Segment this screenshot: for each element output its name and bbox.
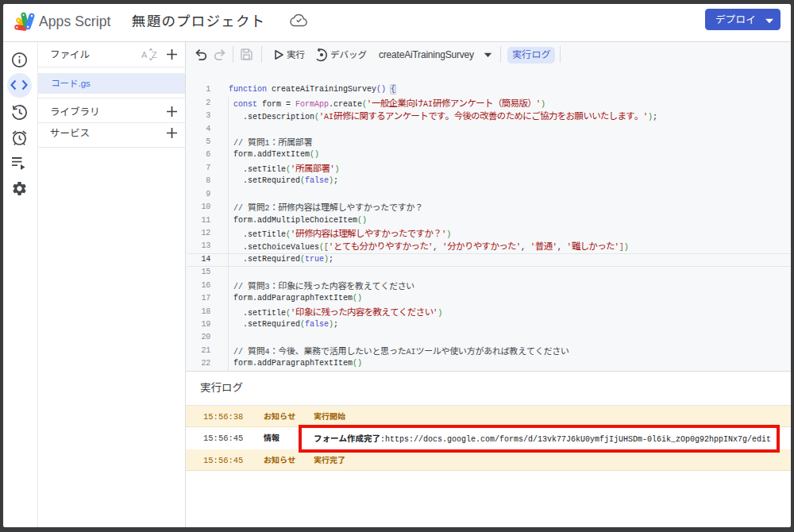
svg-text:Z: Z	[152, 50, 157, 60]
svg-text:A: A	[141, 50, 148, 60]
